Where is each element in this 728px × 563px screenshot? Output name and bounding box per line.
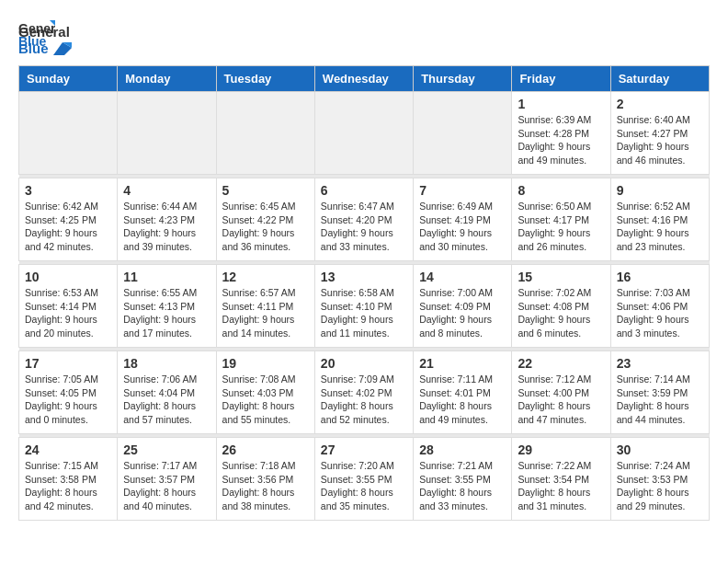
day-info: Sunrise: 7:20 AM Sunset: 3:55 PM Dayligh…: [321, 459, 407, 513]
day-info: Sunrise: 7:00 AM Sunset: 4:09 PM Dayligh…: [419, 286, 506, 340]
day-cell-9: 9Sunrise: 6:52 AM Sunset: 4:16 PM Daylig…: [610, 178, 709, 261]
day-info: Sunrise: 7:17 AM Sunset: 3:57 PM Dayligh…: [123, 459, 210, 513]
day-cell-1: 1Sunrise: 6:39 AM Sunset: 4:28 PM Daylig…: [512, 92, 610, 175]
day-number: 25: [123, 442, 210, 457]
page: General Blue General Blue: [0, 0, 728, 539]
day-info: Sunrise: 7:08 AM Sunset: 4:03 PM Dayligh…: [222, 373, 309, 427]
day-cell-28: 28Sunrise: 7:21 AM Sunset: 3:55 PM Dayli…: [414, 438, 512, 521]
day-info: Sunrise: 6:40 AM Sunset: 4:27 PM Dayligh…: [617, 113, 703, 167]
day-number: 3: [25, 183, 111, 198]
day-number: 12: [222, 270, 309, 284]
day-number: 28: [419, 442, 506, 457]
empty-cell: [118, 92, 216, 175]
day-number: 19: [222, 356, 309, 371]
day-cell-10: 10Sunrise: 6:53 AM Sunset: 4:14 PM Dayli…: [19, 265, 118, 348]
week-row-5: 24Sunrise: 7:15 AM Sunset: 3:58 PM Dayli…: [19, 438, 710, 521]
day-header-sunday: Sunday: [19, 66, 118, 92]
day-number: 21: [419, 356, 506, 371]
day-info: Sunrise: 6:49 AM Sunset: 4:19 PM Dayligh…: [419, 200, 506, 254]
day-number: 23: [617, 356, 703, 371]
day-cell-11: 11Sunrise: 6:55 AM Sunset: 4:13 PM Dayli…: [118, 265, 216, 348]
day-cell-24: 24Sunrise: 7:15 AM Sunset: 3:58 PM Dayli…: [19, 438, 118, 521]
day-info: Sunrise: 7:18 AM Sunset: 3:56 PM Dayligh…: [222, 459, 309, 513]
day-number: 27: [321, 442, 407, 457]
day-info: Sunrise: 7:02 AM Sunset: 4:08 PM Dayligh…: [518, 286, 604, 340]
day-info: Sunrise: 6:58 AM Sunset: 4:10 PM Dayligh…: [321, 286, 407, 340]
day-number: 14: [419, 270, 506, 284]
day-number: 13: [321, 270, 407, 284]
day-info: Sunrise: 7:21 AM Sunset: 3:55 PM Dayligh…: [419, 459, 506, 513]
day-cell-27: 27Sunrise: 7:20 AM Sunset: 3:55 PM Dayli…: [314, 438, 413, 521]
day-number: 4: [123, 183, 210, 198]
day-number: 18: [123, 356, 210, 371]
week-row-1: 1Sunrise: 6:39 AM Sunset: 4:28 PM Daylig…: [19, 92, 710, 175]
logo: General Blue General Blue: [18, 18, 72, 56]
day-info: Sunrise: 6:45 AM Sunset: 4:22 PM Dayligh…: [222, 200, 309, 254]
empty-cell: [314, 92, 413, 175]
day-header-monday: Monday: [118, 66, 216, 92]
calendar: SundayMondayTuesdayWednesdayThursdayFrid…: [18, 65, 710, 521]
day-cell-17: 17Sunrise: 7:05 AM Sunset: 4:05 PM Dayli…: [19, 351, 118, 434]
header: General Blue General Blue: [18, 18, 710, 56]
day-info: Sunrise: 6:53 AM Sunset: 4:14 PM Dayligh…: [25, 286, 111, 340]
day-number: 1: [518, 97, 604, 111]
day-cell-29: 29Sunrise: 7:22 AM Sunset: 3:54 PM Dayli…: [512, 438, 610, 521]
day-number: 11: [123, 270, 210, 284]
day-info: Sunrise: 7:09 AM Sunset: 4:02 PM Dayligh…: [321, 373, 407, 427]
day-info: Sunrise: 6:47 AM Sunset: 4:20 PM Dayligh…: [321, 200, 407, 254]
day-header-tuesday: Tuesday: [216, 66, 314, 92]
day-number: 20: [321, 356, 407, 371]
day-info: Sunrise: 7:22 AM Sunset: 3:54 PM Dayligh…: [518, 459, 604, 513]
day-info: Sunrise: 6:44 AM Sunset: 4:23 PM Dayligh…: [123, 200, 210, 254]
day-cell-26: 26Sunrise: 7:18 AM Sunset: 3:56 PM Dayli…: [216, 438, 314, 521]
day-cell-25: 25Sunrise: 7:17 AM Sunset: 3:57 PM Dayli…: [118, 438, 216, 521]
day-number: 7: [419, 183, 506, 198]
day-cell-6: 6Sunrise: 6:47 AM Sunset: 4:20 PM Daylig…: [314, 178, 413, 261]
day-cell-5: 5Sunrise: 6:45 AM Sunset: 4:22 PM Daylig…: [216, 178, 314, 261]
day-info: Sunrise: 6:55 AM Sunset: 4:13 PM Dayligh…: [123, 286, 210, 340]
week-row-3: 10Sunrise: 6:53 AM Sunset: 4:14 PM Dayli…: [19, 265, 710, 348]
day-info: Sunrise: 6:57 AM Sunset: 4:11 PM Dayligh…: [222, 286, 309, 340]
day-number: 9: [617, 183, 703, 198]
day-cell-3: 3Sunrise: 6:42 AM Sunset: 4:25 PM Daylig…: [19, 178, 118, 261]
empty-cell: [414, 92, 512, 175]
day-number: 22: [518, 356, 604, 371]
day-info: Sunrise: 6:39 AM Sunset: 4:28 PM Dayligh…: [518, 113, 604, 167]
day-info: Sunrise: 7:03 AM Sunset: 4:06 PM Dayligh…: [617, 286, 703, 340]
day-number: 30: [617, 442, 703, 457]
day-info: Sunrise: 7:12 AM Sunset: 4:00 PM Dayligh…: [518, 373, 604, 427]
day-cell-2: 2Sunrise: 6:40 AM Sunset: 4:27 PM Daylig…: [610, 92, 709, 175]
day-cell-15: 15Sunrise: 7:02 AM Sunset: 4:08 PM Dayli…: [512, 265, 610, 348]
day-cell-19: 19Sunrise: 7:08 AM Sunset: 4:03 PM Dayli…: [216, 351, 314, 434]
days-header-row: SundayMondayTuesdayWednesdayThursdayFrid…: [19, 66, 710, 92]
day-number: 6: [321, 183, 407, 198]
day-header-saturday: Saturday: [610, 66, 709, 92]
day-info: Sunrise: 7:11 AM Sunset: 4:01 PM Dayligh…: [419, 373, 506, 427]
empty-cell: [216, 92, 314, 175]
day-cell-12: 12Sunrise: 6:57 AM Sunset: 4:11 PM Dayli…: [216, 265, 314, 348]
day-number: 24: [25, 442, 111, 457]
day-number: 26: [222, 442, 309, 457]
day-header-friday: Friday: [512, 66, 610, 92]
day-number: 2: [617, 97, 703, 111]
week-row-4: 17Sunrise: 7:05 AM Sunset: 4:05 PM Dayli…: [19, 351, 710, 434]
day-cell-23: 23Sunrise: 7:14 AM Sunset: 3:59 PM Dayli…: [610, 351, 709, 434]
day-info: Sunrise: 7:24 AM Sunset: 3:53 PM Dayligh…: [617, 459, 703, 513]
svg-text:Blue: Blue: [18, 34, 47, 49]
day-info: Sunrise: 6:52 AM Sunset: 4:16 PM Dayligh…: [617, 200, 703, 254]
day-cell-8: 8Sunrise: 6:50 AM Sunset: 4:17 PM Daylig…: [512, 178, 610, 261]
day-cell-20: 20Sunrise: 7:09 AM Sunset: 4:02 PM Dayli…: [314, 351, 413, 434]
day-number: 17: [25, 356, 111, 371]
day-cell-7: 7Sunrise: 6:49 AM Sunset: 4:19 PM Daylig…: [414, 178, 512, 261]
week-row-2: 3Sunrise: 6:42 AM Sunset: 4:25 PM Daylig…: [19, 178, 710, 261]
day-info: Sunrise: 6:50 AM Sunset: 4:17 PM Dayligh…: [518, 200, 604, 254]
day-cell-18: 18Sunrise: 7:06 AM Sunset: 4:04 PM Dayli…: [118, 351, 216, 434]
day-number: 16: [617, 270, 703, 284]
day-header-wednesday: Wednesday: [314, 66, 413, 92]
day-info: Sunrise: 6:42 AM Sunset: 4:25 PM Dayligh…: [25, 200, 111, 254]
day-header-thursday: Thursday: [414, 66, 512, 92]
day-number: 29: [518, 442, 604, 457]
day-cell-14: 14Sunrise: 7:00 AM Sunset: 4:09 PM Dayli…: [414, 265, 512, 348]
day-number: 8: [518, 183, 604, 198]
day-number: 10: [25, 270, 111, 284]
